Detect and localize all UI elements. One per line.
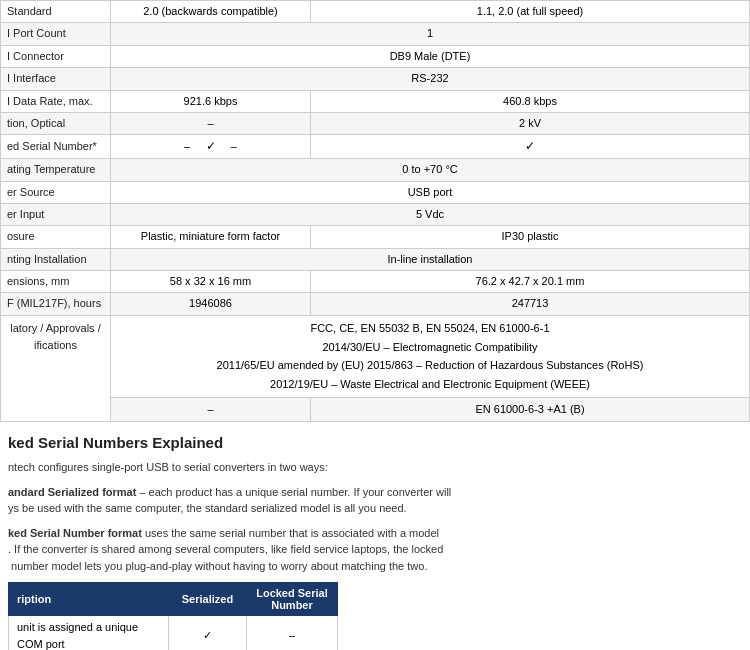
spec-val-portcount: 1 [111, 23, 750, 45]
spec-val-serial-2: ✓ [311, 135, 750, 159]
spec-label-connector: I Connector [1, 45, 111, 67]
lsn-para2: ked Serial Number format uses the same s… [8, 525, 742, 575]
inner-cell-locked-1: – [246, 616, 337, 650]
inner-th-desc: ription [9, 583, 169, 616]
spec-label-optical: tion, Optical [1, 112, 111, 134]
spec-val-temp: 0 to +70 °C [111, 159, 750, 181]
spec-label-approvals: latory / Approvals /ifications [1, 315, 111, 421]
lsn-para2-bold: ked Serial Number format [8, 527, 142, 539]
spec-label-enclosure: osure [1, 226, 111, 248]
spec-val-mtbf-1: 1946086 [111, 293, 311, 315]
spec-label-serial: ed Serial Number* [1, 135, 111, 159]
spec-val-approvals-extra-right: EN 61000-6-3 +A1 (B) [311, 397, 750, 422]
spec-label-dimensions: ensions, mm [1, 271, 111, 293]
inner-cell-desc-1: unit is assigned a unique COM port [9, 616, 169, 650]
spec-val-connector: DB9 Male (DTE) [111, 45, 750, 67]
spec-table: Standard 2.0 (backwards compatible) 1.1,… [0, 0, 750, 422]
spec-val-enclosure-2: IP30 plastic [311, 226, 750, 248]
spec-label-standard: Standard [1, 1, 111, 23]
spec-val-powersource: USB port [111, 181, 750, 203]
spec-val-serial-1: – ✓ – [111, 135, 311, 159]
spec-val-mounting: In-line installation [111, 248, 750, 270]
spec-label-temp: ating Temperature [1, 159, 111, 181]
spec-val-powerinput: 5 Vdc [111, 203, 750, 225]
lsn-title: ked Serial Numbers Explained [8, 434, 742, 451]
spec-val-dimensions-2: 76.2 x 42.7 x 20.1 mm [311, 271, 750, 293]
spec-val-optical-2: 2 kV [311, 112, 750, 134]
spec-label-powersource: er Source [1, 181, 111, 203]
spec-val-dimensions-1: 58 x 32 x 16 mm [111, 271, 311, 293]
lsn-para1: andard Serialized format – each product … [8, 484, 742, 517]
lsn-para1-bold: andard Serialized format [8, 486, 136, 498]
spec-val-standard-2: 1.1, 2.0 (at full speed) [311, 1, 750, 23]
spec-val-enclosure-1: Plastic, miniature form factor [111, 226, 311, 248]
spec-val-approvals-main: FCC, CE, EN 55032 B, EN 55024, EN 61000-… [111, 315, 750, 397]
spec-val-approvals-extra-left: – [111, 397, 311, 422]
spec-val-mtbf-2: 247713 [311, 293, 750, 315]
lsn-intro: ntech configures single-port USB to seri… [8, 459, 742, 476]
inner-th-locked: Locked Serial Number [246, 583, 337, 616]
spec-val-optical-1: – [111, 112, 311, 134]
spec-val-datarate-2: 460.8 kbps [311, 90, 750, 112]
lsn-section: ked Serial Numbers Explained ntech confi… [0, 422, 750, 650]
spec-val-interface: RS-232 [111, 68, 750, 90]
spec-val-standard-1: 2.0 (backwards compatible) [111, 1, 311, 23]
spec-label-powerinput: er Input [1, 203, 111, 225]
inner-th-ser: Serialized [169, 583, 247, 616]
inner-row-1: unit is assigned a unique COM port ✓ – [9, 616, 338, 650]
spec-label-datarate: I Data Rate, max. [1, 90, 111, 112]
inner-table: ription Serialized Locked Serial Number … [8, 582, 338, 650]
spec-label-mounting: nting Installation [1, 248, 111, 270]
spec-label-portcount: I Port Count [1, 23, 111, 45]
spec-label-interface: I Interface [1, 68, 111, 90]
inner-cell-ser-1: ✓ [169, 616, 247, 650]
spec-label-mtbf: F (MIL217F), hours [1, 293, 111, 315]
spec-val-datarate-1: 921.6 kbps [111, 90, 311, 112]
